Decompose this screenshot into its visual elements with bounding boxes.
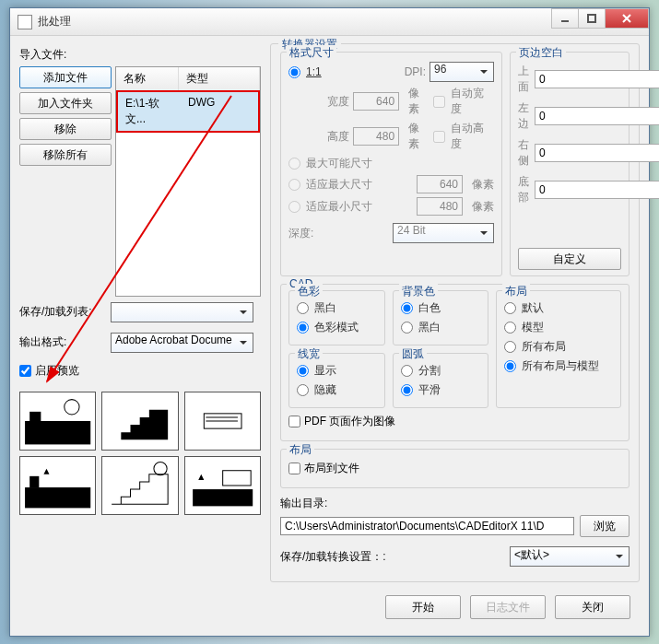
fit-min-label: 适应最小尺寸 xyxy=(306,199,372,215)
layout-all-radio[interactable] xyxy=(504,341,516,353)
max-size-radio xyxy=(288,158,300,170)
max-size-label: 最大可能尺寸 xyxy=(306,156,372,171)
auto-height-check xyxy=(433,131,445,143)
margin-left-input[interactable] xyxy=(535,107,659,125)
margin-top-input[interactable] xyxy=(535,70,659,88)
start-button[interactable]: 开始 xyxy=(385,595,461,619)
svg-rect-11 xyxy=(222,471,251,486)
save-cfg-label: 保存/加载转换设置：: xyxy=(280,549,386,565)
browse-button[interactable]: 浏览 xyxy=(580,515,630,537)
margin-left-label: 左边 xyxy=(518,100,529,132)
output-dir-label: 输出目录: xyxy=(280,496,630,511)
bg-black-radio[interactable] xyxy=(401,322,413,334)
col-type-header[interactable]: 类型 xyxy=(179,67,260,90)
bg-white-radio[interactable] xyxy=(401,302,413,314)
preview-grid xyxy=(19,392,261,515)
fit-max-label: 适应最大尺寸 xyxy=(306,177,372,193)
color-mode-radio[interactable] xyxy=(297,322,309,334)
preview-thumb[interactable] xyxy=(184,392,261,451)
enable-preview-label: 启用预览 xyxy=(35,363,79,379)
save-list-combo[interactable] xyxy=(111,302,253,322)
layout-all-model-radio[interactable] xyxy=(504,360,516,372)
svg-rect-7 xyxy=(25,487,90,508)
layout-default-radio[interactable] xyxy=(504,302,516,314)
preview-thumb[interactable] xyxy=(101,392,178,451)
margin-bottom-label: 底部 xyxy=(518,174,529,205)
cell-type: DWG xyxy=(181,92,258,131)
svg-point-2 xyxy=(65,400,79,415)
height-label: 高度 xyxy=(305,129,350,145)
window-title: 批处理 xyxy=(38,14,552,29)
height-input xyxy=(353,127,399,146)
bg-title: 背景色 xyxy=(399,284,438,299)
auto-width-check xyxy=(433,96,445,108)
fit-max-input xyxy=(417,175,463,193)
app-icon xyxy=(18,15,32,29)
color-bw-radio[interactable] xyxy=(297,302,309,314)
enable-preview-checkbox[interactable] xyxy=(19,365,31,377)
format-title: 格式尺寸 xyxy=(287,45,336,61)
svg-rect-3 xyxy=(29,412,41,421)
dpi-label: DPI: xyxy=(380,65,426,78)
ratio-11-label: 1:1 xyxy=(306,65,322,78)
margin-top-label: 上面 xyxy=(518,64,529,95)
preview-thumb[interactable] xyxy=(19,456,96,515)
lw-title: 线宽 xyxy=(295,346,323,362)
width-input xyxy=(353,92,399,111)
lw-show-radio[interactable] xyxy=(297,365,309,377)
layout-to-file-check[interactable] xyxy=(288,463,300,474)
fit-max-radio xyxy=(288,179,300,191)
layout-to-file-row[interactable]: 布局到文件 xyxy=(288,461,621,476)
custom-margins-button[interactable]: 自定义 xyxy=(518,248,621,270)
width-label: 宽度 xyxy=(305,94,350,110)
fit-min-input xyxy=(417,197,463,216)
save-cfg-combo[interactable]: <默认> xyxy=(510,546,630,567)
depth-combo[interactable]: 24 Bit xyxy=(393,223,494,243)
layout-title: 布局 xyxy=(502,284,530,299)
output-format-combo[interactable]: Adobe Acrobat Docume xyxy=(111,333,253,353)
enable-preview-row[interactable]: 启用预览 xyxy=(19,363,261,379)
preview-thumb[interactable] xyxy=(184,456,261,515)
layout-model-radio[interactable] xyxy=(504,322,516,334)
table-row[interactable]: E:\1-软文... DWG xyxy=(116,90,260,133)
arc-smooth-radio[interactable] xyxy=(401,384,413,396)
close-dialog-button[interactable]: 关闭 xyxy=(555,595,630,619)
output-format-label: 输出格式: xyxy=(19,334,107,350)
remove-button[interactable]: 移除 xyxy=(19,118,112,140)
save-list-label: 保存/加载列表: xyxy=(19,304,107,320)
lw-hide-radio[interactable] xyxy=(297,384,309,396)
preview-thumb[interactable] xyxy=(101,456,178,515)
arc-split-radio[interactable] xyxy=(401,365,413,377)
close-button[interactable] xyxy=(605,8,649,29)
pdf-as-image-check[interactable] xyxy=(288,416,300,427)
ratio-11-radio[interactable] xyxy=(288,66,300,78)
col-name-header[interactable]: 名称 xyxy=(116,67,179,90)
add-folder-button[interactable]: 加入文件夹 xyxy=(19,92,112,114)
margins-title: 页边空白 xyxy=(516,45,566,61)
color-title: 色彩 xyxy=(295,284,323,299)
maximize-button[interactable] xyxy=(578,8,606,29)
dpi-combo[interactable]: 96 xyxy=(430,62,494,82)
auto-height-label: 自动高度 xyxy=(451,121,494,152)
svg-rect-1 xyxy=(25,421,90,444)
pdf-as-image-row[interactable]: PDF 页面作为图像 xyxy=(288,414,621,429)
import-label: 导入文件: xyxy=(19,47,261,63)
margin-right-input[interactable] xyxy=(535,144,659,162)
add-file-button[interactable]: 添加文件 xyxy=(19,66,112,88)
file-table[interactable]: 名称 类型 E:\1-软文... DWG xyxy=(115,66,261,297)
svg-point-9 xyxy=(154,463,167,475)
titlebar: 批处理 xyxy=(10,8,649,36)
output-dir-input[interactable] xyxy=(280,517,574,535)
svg-rect-0 xyxy=(588,15,595,22)
svg-rect-8 xyxy=(29,476,39,487)
auto-width-label: 自动宽度 xyxy=(451,86,494,117)
unit-px: 像素 xyxy=(408,86,430,117)
remove-all-button[interactable]: 移除所有 xyxy=(19,144,112,166)
log-button: 日志文件 xyxy=(470,595,546,619)
margin-bottom-input[interactable] xyxy=(535,181,659,199)
minimize-button[interactable] xyxy=(551,8,579,29)
preview-thumb[interactable] xyxy=(19,392,96,451)
cell-name: E:\1-软文... xyxy=(118,92,181,131)
fit-min-radio xyxy=(288,201,300,213)
margin-right-label: 右侧 xyxy=(518,137,529,169)
